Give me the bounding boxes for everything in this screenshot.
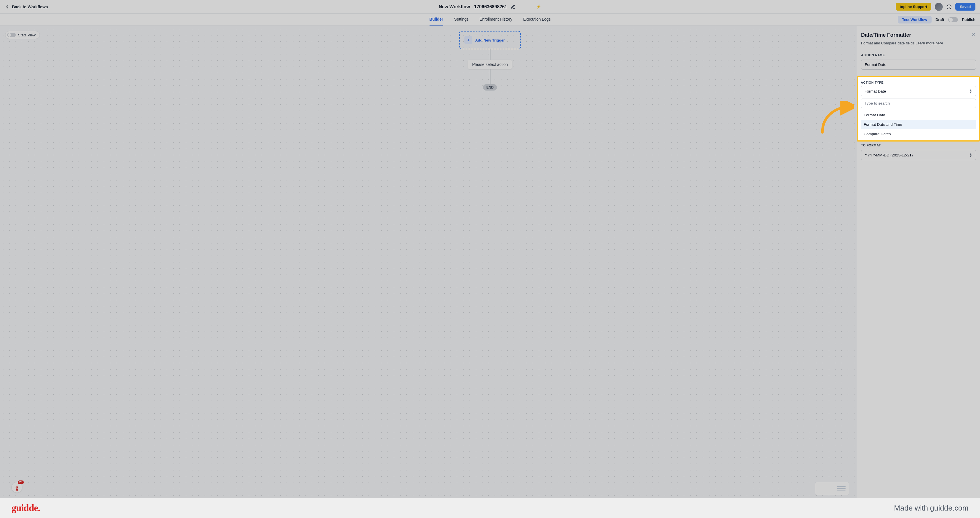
guidde-fab-icon: g <box>16 484 18 491</box>
annotation-arrow-icon <box>819 101 854 135</box>
option-format-date-and-time[interactable]: Format Date and Time <box>861 120 976 129</box>
stats-label: Stats View <box>18 33 35 37</box>
action-type-select[interactable]: Format Date ▲▼ <box>861 86 976 96</box>
avatar[interactable] <box>935 3 943 11</box>
end-node: END <box>483 84 497 91</box>
add-trigger-label: Add New Trigger <box>475 38 504 42</box>
guidde-logo: guidde. <box>11 502 40 513</box>
footer-credit: Made with guidde.com <box>894 504 969 513</box>
tab-execution-logs[interactable]: Execution Logs <box>523 14 551 25</box>
chevron-left-icon <box>5 4 10 10</box>
draft-label: Draft <box>935 17 944 22</box>
action-name-input[interactable]: Format Date <box>861 60 976 70</box>
subnav: Builder Settings Enrollment History Exec… <box>0 14 980 26</box>
back-label: Back to Workflows <box>12 5 48 9</box>
workflow-title-wrap: New Workflow : 1706636898261 ⚡ <box>439 4 541 10</box>
workflow-title: New Workflow : 1706636898261 <box>439 4 507 10</box>
action-type-label: ACTION TYPE <box>861 81 976 84</box>
stats-toggle[interactable] <box>7 33 16 37</box>
tab-enrollment-history[interactable]: Enrollment History <box>479 14 512 25</box>
minimap-card[interactable] <box>815 482 850 495</box>
action-type-dropdown: ACTION TYPE Format Date ▲▼ Format Date F… <box>857 76 980 141</box>
connector-line <box>490 69 490 84</box>
chevron-updown-icon: ▲▼ <box>969 153 972 157</box>
option-format-date[interactable]: Format Date <box>861 110 976 120</box>
guidde-fab-badge: 20 <box>18 480 24 484</box>
app-header: Back to Workflows New Workflow : 1706636… <box>0 0 980 14</box>
history-icon[interactable] <box>946 4 952 10</box>
publish-label: Publish <box>962 17 975 22</box>
plus-icon: + <box>464 36 472 44</box>
workflow-canvas[interactable]: Stats View + Add New Trigger Please sele… <box>0 26 980 498</box>
stats-view-pill[interactable]: Stats View <box>5 31 40 39</box>
back-to-workflows[interactable]: Back to Workflows <box>5 4 48 10</box>
panel-subtitle: Format and Compare date fields Learn mor… <box>861 41 976 45</box>
edit-title-icon[interactable] <box>511 5 515 9</box>
lightning-icon: ⚡ <box>536 4 541 10</box>
tab-builder[interactable]: Builder <box>430 14 443 25</box>
panel-title: Date/Time Formatter <box>861 32 976 38</box>
to-format-label: TO FORMAT <box>861 143 976 147</box>
chevron-updown-icon: ▲▼ <box>969 89 972 94</box>
saved-button[interactable]: Saved <box>955 3 975 11</box>
guidde-fab[interactable]: g 20 <box>11 482 22 493</box>
learn-more-link[interactable]: Learn more here <box>916 41 943 45</box>
select-action-node[interactable]: Please select action <box>468 60 512 69</box>
connector-line <box>490 49 490 60</box>
dropdown-search-input[interactable] <box>864 101 972 105</box>
action-name-label: ACTION NAME <box>861 53 976 57</box>
test-workflow-button[interactable]: Test Workflow <box>898 16 932 24</box>
dropdown-search[interactable] <box>861 99 976 108</box>
to-format-select[interactable]: YYYY-MM-DD (2023-12-21) ▲▼ <box>861 150 976 160</box>
option-compare-dates[interactable]: Compare Dates <box>861 129 976 139</box>
publish-toggle[interactable] <box>948 17 958 22</box>
support-button[interactable]: topline Support <box>896 3 931 11</box>
dropdown-options: Format Date Format Date and Time Compare… <box>861 110 976 139</box>
add-trigger-box[interactable]: + Add New Trigger <box>459 31 521 49</box>
guidde-footer: guidde. Made with guidde.com <box>0 498 980 518</box>
close-icon[interactable] <box>971 32 976 37</box>
tab-settings[interactable]: Settings <box>454 14 469 25</box>
